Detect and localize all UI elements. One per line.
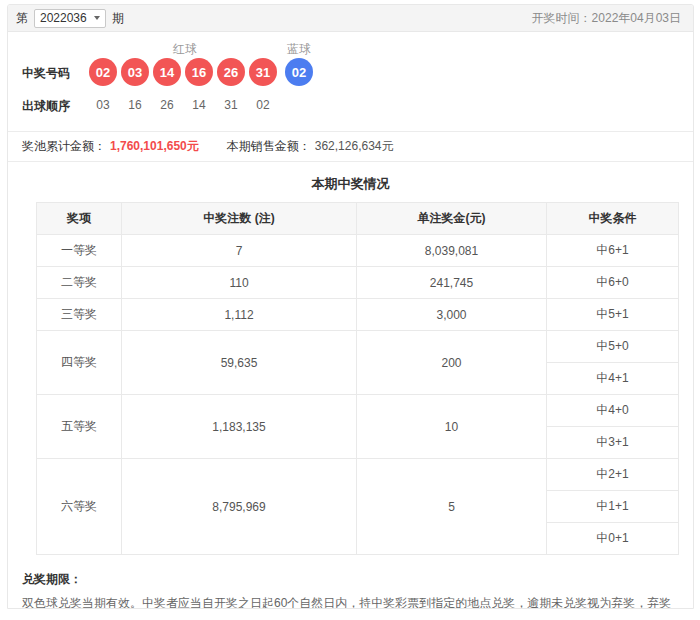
condition-cell: 中6+0 <box>547 267 679 299</box>
topbar: 第 2022036 期 开奖时间：2022年04月03日 <box>8 5 693 32</box>
header-condition: 中奖条件 <box>547 203 679 235</box>
draw-time-label: 开奖时间： <box>532 11 592 25</box>
notes-body: 双色球兑奖当期有效。中奖者应当自开奖之日起60个自然日内，持中奖彩票到指定的地点… <box>22 594 679 609</box>
draw-order-row: 03 16 26 14 31 02 <box>89 98 277 112</box>
red-ball: 31 <box>249 58 277 86</box>
condition-cell: 中0+1 <box>547 523 679 555</box>
table-header-row: 奖项 中奖注数 (注) 单注奖金(元) 中奖条件 <box>37 203 679 235</box>
issue-suffix-label: 期 <box>112 10 124 27</box>
table-row: 五等奖 1,183,135 10 中4+0 <box>37 395 679 427</box>
tier-cell: 一等奖 <box>37 235 122 267</box>
red-ball: 14 <box>153 58 181 86</box>
issue-select[interactable]: 2022036 <box>34 9 106 28</box>
table-row: 三等奖 1,112 3,000 中5+1 <box>37 299 679 331</box>
sales-value: 362,126,634元 <box>315 138 394 155</box>
red-ball: 16 <box>185 58 213 86</box>
count-cell: 1,183,135 <box>122 395 357 459</box>
red-ball: 02 <box>89 58 117 86</box>
draw-order-number: 14 <box>185 98 213 112</box>
tier-cell: 四等奖 <box>37 331 122 395</box>
condition-cell: 中4+0 <box>547 395 679 427</box>
notes-section: 兑奖期限： 双色球兑奖当期有效。中奖者应当自开奖之日起60个自然日内，持中奖彩票… <box>8 555 693 609</box>
prize-cell: 200 <box>357 331 547 395</box>
draw-order-number: 31 <box>217 98 245 112</box>
draw-time-value: 2022年04月03日 <box>592 11 681 25</box>
table-row: 二等奖 110 241,745 中6+0 <box>37 267 679 299</box>
prize-cell: 241,745 <box>357 267 547 299</box>
prize-table-section: 本期中奖情况 奖项 中奖注数 (注) 单注奖金(元) 中奖条件 一等奖 7 8,… <box>8 162 693 555</box>
table-row: 四等奖 59,635 200 中5+0 <box>37 331 679 363</box>
table-row: 六等奖 8,795,969 5 中2+1 <box>37 459 679 491</box>
condition-cell: 中5+1 <box>547 299 679 331</box>
draw-order-number: 03 <box>89 98 117 112</box>
condition-cell: 中5+0 <box>547 331 679 363</box>
prize-cell: 5 <box>357 459 547 555</box>
table-row: 一等奖 7 8,039,081 中6+1 <box>37 235 679 267</box>
tier-cell: 二等奖 <box>37 267 122 299</box>
prize-table-title: 本期中奖情况 <box>8 174 693 194</box>
condition-cell: 中4+1 <box>547 363 679 395</box>
count-cell: 1,112 <box>122 299 357 331</box>
issue-prefix-label: 第 <box>16 10 28 27</box>
draw-order-number: 26 <box>153 98 181 112</box>
condition-cell: 中1+1 <box>547 491 679 523</box>
condition-cell: 中6+1 <box>547 235 679 267</box>
count-cell: 8,795,969 <box>122 459 357 555</box>
prize-cell: 8,039,081 <box>357 235 547 267</box>
count-cell: 110 <box>122 267 357 299</box>
notes-title: 兑奖期限： <box>22 571 679 588</box>
draw-order-number: 02 <box>249 98 277 112</box>
red-ball: 26 <box>217 58 245 86</box>
header-count: 中奖注数 (注) <box>122 203 357 235</box>
count-cell: 7 <box>122 235 357 267</box>
count-cell: 59,635 <box>122 331 357 395</box>
header-tier: 奖项 <box>37 203 122 235</box>
sales-label: 本期销售金额： <box>227 138 311 155</box>
issue-select-value: 2022036 <box>40 11 87 25</box>
pool-section: 奖池累计金额： 1,760,101,650元 本期销售金额： 362,126,6… <box>8 132 693 162</box>
tier-cell: 六等奖 <box>37 459 122 555</box>
draw-time: 开奖时间：2022年04月03日 <box>532 10 681 27</box>
draw-order-label: 出球顺序 <box>22 98 70 115</box>
condition-cell: 中2+1 <box>547 459 679 491</box>
header-prize: 单注奖金(元) <box>357 203 547 235</box>
prize-cell: 3,000 <box>357 299 547 331</box>
pool-label: 奖池累计金额： <box>22 138 106 155</box>
tier-cell: 五等奖 <box>37 395 122 459</box>
blue-group-label: 蓝球 <box>278 41 320 58</box>
lottery-result-card: 第 2022036 期 开奖时间：2022年04月03日 红球 蓝球 中奖号码 … <box>7 4 694 609</box>
red-group-label: 红球 <box>89 41 281 58</box>
condition-cell: 中3+1 <box>547 427 679 459</box>
tier-cell: 三等奖 <box>37 299 122 331</box>
chevron-down-icon <box>94 16 100 20</box>
red-ball: 03 <box>121 58 149 86</box>
prize-table: 奖项 中奖注数 (注) 单注奖金(元) 中奖条件 一等奖 7 8,039,081… <box>36 202 679 555</box>
numbers-section: 红球 蓝球 中奖号码 02 03 14 16 26 31 02 出球顺序 03 … <box>8 32 693 132</box>
red-balls: 02 03 14 16 26 31 <box>89 58 277 86</box>
winning-numbers-label: 中奖号码 <box>22 65 70 82</box>
draw-order-number: 16 <box>121 98 149 112</box>
prize-cell: 10 <box>357 395 547 459</box>
pool-value: 1,760,101,650元 <box>110 138 199 155</box>
blue-ball: 02 <box>285 58 313 86</box>
